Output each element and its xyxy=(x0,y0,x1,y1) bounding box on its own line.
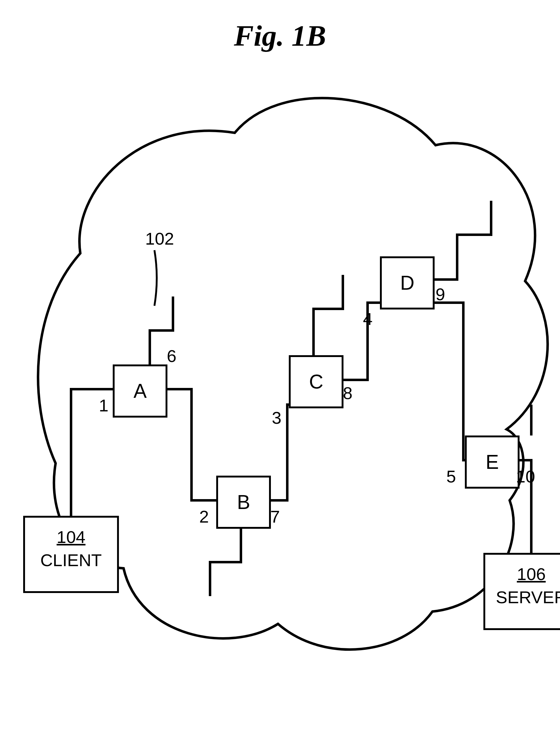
link-c-top xyxy=(314,275,343,355)
server-ref: 106 xyxy=(485,564,560,584)
client-label: CLIENT xyxy=(40,550,102,570)
server-label: SERVER xyxy=(496,587,560,607)
link-d-e xyxy=(431,303,465,460)
cloud-leader xyxy=(155,250,157,306)
link-c-d xyxy=(340,303,380,380)
port-2: 2 xyxy=(199,507,209,527)
port-5: 5 xyxy=(446,466,456,486)
link-d-top xyxy=(431,201,491,280)
link-a-b xyxy=(164,389,216,500)
node-b: B xyxy=(216,476,271,529)
port-6: 6 xyxy=(167,346,176,366)
port-9: 9 xyxy=(436,284,445,304)
node-c: C xyxy=(289,355,343,408)
client-box: 104 CLIENT xyxy=(23,516,119,593)
cloud-ref: 102 xyxy=(145,228,174,249)
link-b-bottom xyxy=(210,525,241,596)
node-d: D xyxy=(380,256,435,309)
node-e: E xyxy=(465,435,520,489)
port-8: 8 xyxy=(343,383,353,403)
port-3: 3 xyxy=(272,408,281,428)
server-box: 106 SERVER xyxy=(483,553,560,630)
node-a: A xyxy=(113,364,167,418)
port-4: 4 xyxy=(363,309,373,329)
port-1: 1 xyxy=(99,395,108,415)
port-7: 7 xyxy=(270,507,280,527)
client-ref: 104 xyxy=(25,527,117,547)
port-10: 10 xyxy=(516,466,535,486)
